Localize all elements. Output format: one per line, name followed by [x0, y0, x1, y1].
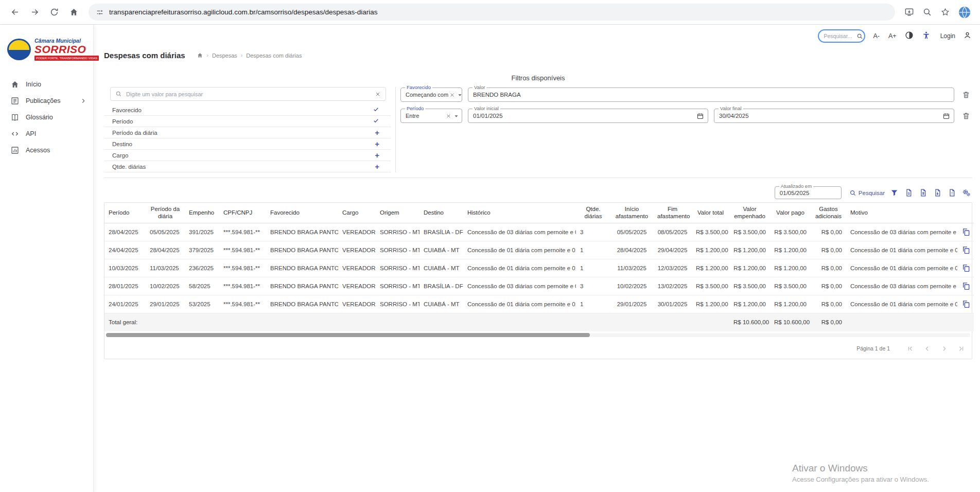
periodo-operator-select[interactable]: Período Entre	[400, 109, 462, 123]
horizontal-scrollbar[interactable]	[106, 333, 970, 337]
copy-row-button[interactable]	[961, 282, 971, 291]
column-header-historico[interactable]: Histórico	[463, 203, 576, 223]
sidebar-item-label: Publicações	[26, 97, 60, 104]
filter-search-field[interactable]	[110, 87, 386, 101]
column-header-motivo[interactable]: Motivo	[846, 203, 957, 223]
column-header-qtde-diarias[interactable]: Qtde. diárias	[576, 203, 610, 223]
cell-historico: Concessão de 01 diária com pernoite e 01…	[463, 241, 576, 259]
column-header-valor-pago[interactable]: Valor pago	[770, 203, 811, 223]
column-header-valor-total[interactable]: Valor total	[692, 203, 729, 223]
url-text[interactable]: transparenciaprefeiturasorriso.agiliclou…	[109, 8, 378, 16]
table-search-button[interactable]: Pesquisar	[849, 189, 885, 197]
breadcrumb-item-despesas[interactable]: Despesas	[212, 52, 237, 59]
sidebar-item-publicacoes[interactable]: Publicações	[0, 93, 93, 109]
column-header-fim-afastamento[interactable]: Fim afastamento	[653, 203, 692, 223]
check-icon[interactable]	[373, 117, 379, 125]
favorecido-value-input[interactable]	[468, 92, 954, 98]
filter-option-qtde-diarias[interactable]: Qtde. diárias+	[104, 161, 391, 172]
export-xls-button[interactable]	[917, 187, 929, 199]
font-decrease-button[interactable]: A-	[872, 32, 881, 40]
periodo-start-input[interactable]	[468, 113, 696, 119]
user-icon[interactable]	[962, 31, 972, 41]
periodo-end-input[interactable]	[714, 113, 942, 119]
column-header-favorecido[interactable]: Favorecido	[266, 203, 338, 223]
next-page-button[interactable]	[938, 343, 950, 354]
home-button[interactable]	[65, 4, 82, 21]
clear-operator-icon[interactable]	[446, 113, 451, 119]
settings-button[interactable]	[960, 187, 972, 199]
back-button[interactable]	[6, 4, 24, 21]
add-icon[interactable]: +	[375, 140, 379, 148]
site-settings-icon[interactable]	[96, 8, 104, 16]
copy-row-button[interactable]	[961, 227, 971, 237]
add-icon[interactable]: +	[375, 151, 379, 159]
remove-periodo-filter-button[interactable]	[960, 110, 972, 122]
breadcrumb-home-icon[interactable]	[197, 52, 203, 59]
filter-option-periodo[interactable]: Período	[104, 116, 391, 127]
calendar-icon[interactable]	[942, 112, 950, 120]
chevron-down-icon[interactable]	[452, 112, 460, 120]
column-header-periodo[interactable]: Período	[104, 203, 146, 223]
prev-page-button[interactable]	[921, 343, 933, 354]
profile-avatar[interactable]	[958, 6, 971, 19]
cell-cpf-cnpj: ***.594.981-**	[219, 277, 266, 295]
sidebar-item-api[interactable]: API	[0, 126, 93, 142]
filter-option-favorecido[interactable]: Favorecido	[104, 104, 391, 116]
browser-window: transparenciaprefeiturasorriso.agiliclou…	[0, 0, 980, 492]
clear-search-icon[interactable]	[375, 91, 381, 97]
sidebar-item-acessos[interactable]: Acessos	[0, 142, 93, 159]
bookmark-star-icon[interactable]	[940, 7, 950, 17]
check-icon[interactable]	[373, 106, 379, 114]
export-csv-button[interactable]	[932, 187, 943, 199]
contrast-icon[interactable]	[904, 31, 915, 41]
export-ods-button[interactable]	[946, 187, 958, 199]
column-header-origem[interactable]: Origem	[376, 203, 419, 223]
column-header-cpf-cnpj[interactable]: CPF/CNPJ	[219, 203, 266, 223]
column-header-periodo-da-diaria[interactable]: Período da diária	[146, 203, 185, 223]
filter-button[interactable]	[888, 187, 900, 199]
zoom-icon[interactable]	[922, 7, 932, 17]
column-header-gastos-adicionais[interactable]: Gastos adicionais	[811, 203, 846, 223]
clear-operator-icon[interactable]	[449, 92, 455, 98]
export-pdf-button[interactable]	[903, 187, 915, 199]
first-page-button[interactable]	[904, 343, 916, 354]
login-button[interactable]: Login	[940, 32, 955, 40]
filter-search-input[interactable]	[126, 91, 371, 97]
accessibility-icon[interactable]	[921, 31, 932, 41]
updated-at-input[interactable]	[775, 190, 841, 196]
copy-row-button[interactable]	[961, 263, 971, 273]
filter-option-cargo[interactable]: Cargo+	[104, 150, 391, 161]
favorecido-operator-select[interactable]: Favorecido Começando com	[400, 87, 462, 102]
column-header-empenho[interactable]: Empenho	[185, 203, 219, 223]
filter-list: FavorecidoPeríodoPeríodo da diária+Desti…	[104, 104, 391, 172]
chevron-down-icon[interactable]	[456, 91, 464, 99]
column-header-destino[interactable]: Destino	[419, 203, 463, 223]
copy-row-button[interactable]	[961, 245, 971, 255]
cell-qtde-diarias: 1	[576, 259, 610, 277]
add-icon[interactable]: +	[375, 129, 379, 136]
add-icon[interactable]: +	[375, 163, 379, 170]
column-header-valor-empenhado[interactable]: Valor empenhado	[729, 203, 770, 223]
filter-option-periodo-da-diaria[interactable]: Período da diária+	[104, 127, 391, 138]
global-search-input[interactable]	[824, 33, 853, 39]
breadcrumb-item-despesas-com-diarias[interactable]: Despesas com diárias	[246, 52, 302, 59]
column-header-inicio-afastamento[interactable]: Início afastamento	[610, 203, 653, 223]
publications-icon	[10, 96, 20, 106]
column-header-cargo[interactable]: Cargo	[338, 203, 376, 223]
calendar-icon[interactable]	[696, 112, 704, 120]
reload-button[interactable]	[45, 4, 63, 21]
copy-row-button[interactable]	[961, 300, 971, 309]
url-bar[interactable]: transparenciaprefeiturasorriso.agiliclou…	[89, 4, 895, 21]
sidebar-item-inicio[interactable]: Início	[0, 76, 93, 93]
global-search[interactable]	[818, 29, 865, 43]
last-page-button[interactable]	[955, 343, 967, 354]
home-icon	[10, 80, 20, 89]
sidebar-item-glossario[interactable]: Glossário	[0, 109, 93, 126]
search-icon[interactable]	[856, 33, 863, 40]
font-increase-button[interactable]: A+	[887, 32, 898, 40]
remove-favorecido-filter-button[interactable]	[960, 89, 972, 101]
filter-option-destino[interactable]: Destino+	[104, 138, 391, 150]
scrollbar-thumb[interactable]	[106, 333, 590, 337]
forward-button[interactable]	[26, 4, 43, 21]
install-app-icon[interactable]	[904, 7, 914, 17]
